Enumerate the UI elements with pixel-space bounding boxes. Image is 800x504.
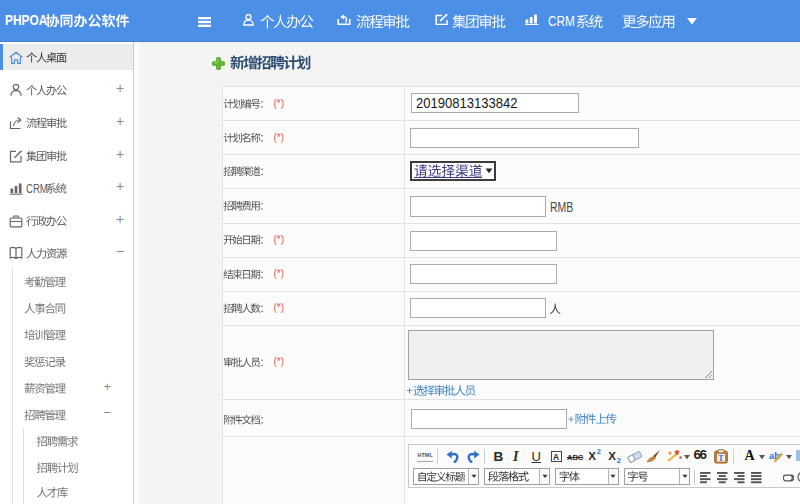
svg-text:T: T: [718, 453, 724, 462]
